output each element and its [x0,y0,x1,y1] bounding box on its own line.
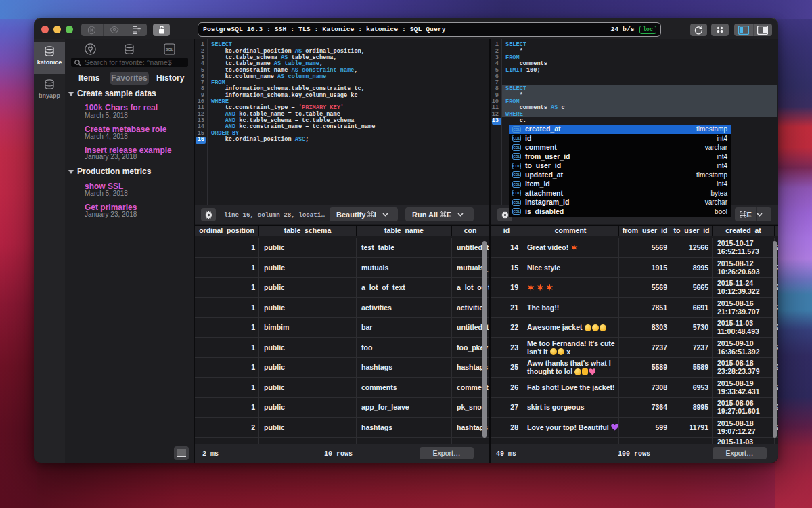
svg-text:SQL: SQL [166,47,174,51]
